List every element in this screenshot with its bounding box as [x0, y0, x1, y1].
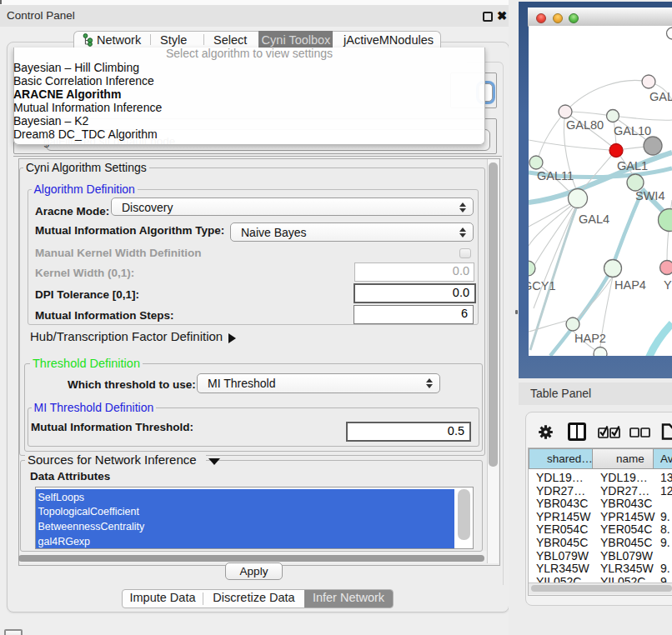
svg-text:Y: Y — [664, 278, 672, 292]
svg-text:GAL2: GAL2 — [649, 90, 672, 103]
svg-text:GAL1: GAL1 — [617, 159, 648, 172]
svg-text:GAL80: GAL80 — [566, 118, 604, 132]
svg-text:HAP4: HAP4 — [614, 278, 646, 292]
svg-text:GAL4: GAL4 — [579, 212, 609, 226]
svg-text:GAL11: GAL11 — [537, 169, 574, 182]
svg-text:HAP2: HAP2 — [574, 332, 606, 345]
svg-text:GCY1: GCY1 — [529, 279, 556, 292]
svg-text:SWI4: SWI4 — [635, 189, 664, 202]
svg-text:GAL10: GAL10 — [614, 124, 651, 138]
